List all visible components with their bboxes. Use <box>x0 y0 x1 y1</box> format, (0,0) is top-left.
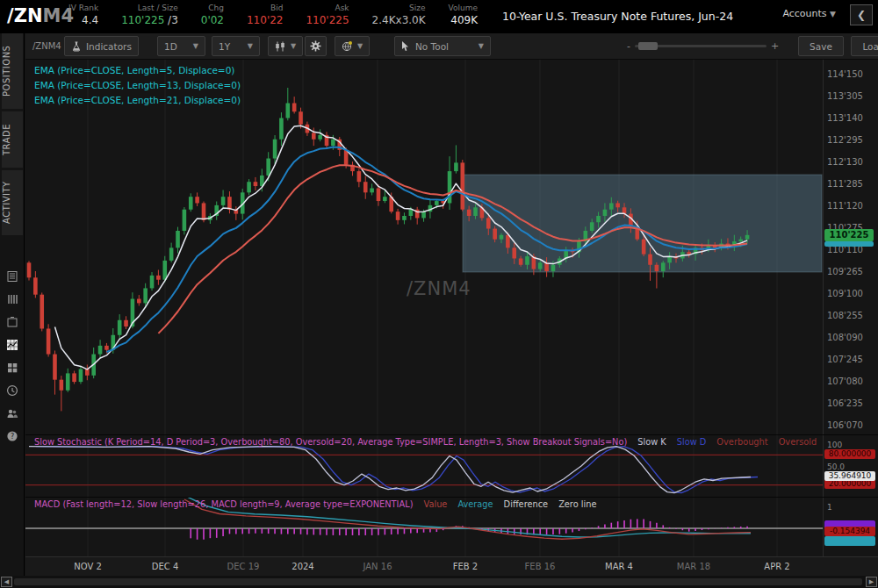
quote-field-value: 2.4Kx3.0K <box>372 13 426 27</box>
chart-watermark: /ZNM4 <box>407 278 471 299</box>
zoom-in-button[interactable]: + <box>766 40 783 52</box>
date-label: DEC 4 <box>143 562 187 571</box>
price-axis[interactable]: 114'150113'305113'140112'295112'130111'2… <box>823 60 878 434</box>
chart-toolbar: /ZNM4 Indicators 1D▼ 1Y▼ ▼ ▼ No Tool ▼ - <box>25 33 878 60</box>
quote-field-label: Size <box>409 3 425 13</box>
indicators-button[interactable]: Indicators <box>64 36 139 56</box>
zoom-slider-handle[interactable] <box>638 42 658 50</box>
symbol-title: /ZNM4 <box>7 5 74 26</box>
date-label: APR 2 <box>755 562 799 571</box>
chart-scrollbar[interactable]: ◀ ▶ <box>0 576 878 588</box>
chart-settings-button[interactable] <box>305 36 327 56</box>
scroll-right-button[interactable]: ▶ <box>866 577 877 587</box>
price-axis-label: 114'150 <box>827 69 863 79</box>
price-axis-label: 111'285 <box>827 179 863 189</box>
scrollbar-track[interactable] <box>14 578 862 585</box>
stochastic-title: Slow Stochastic (K Period=14, D Period=3… <box>34 437 627 447</box>
ema-label-0: EMA (Price=CLOSE, Length=5, Displace=0) <box>34 65 241 80</box>
sidebar-ledger-icon[interactable] <box>4 291 20 307</box>
price-axis-label: 112'295 <box>827 135 863 145</box>
quote-field-value: 0'02 <box>201 13 224 27</box>
macd-legend-item: Difference <box>504 499 549 509</box>
sidebar-tab-activity[interactable]: ACTIVITY <box>2 170 23 235</box>
quote-field-size: Size2.4Kx3.0K <box>372 3 426 27</box>
macd-legend-item: Value <box>423 499 447 509</box>
load-button[interactable]: Load <box>851 36 878 56</box>
accounts-dropdown[interactable]: Accounts ▼ <box>782 8 836 19</box>
sidebar-grid-icon[interactable] <box>4 360 20 376</box>
save-button[interactable]: Save <box>798 36 844 56</box>
macd-average-bubble <box>824 536 875 546</box>
range-dropdown[interactable]: 1Y▼ <box>212 36 260 56</box>
macd-panel[interactable]: MACD (Fast length=12, Slow length=26, MA… <box>25 497 878 556</box>
instrument-description: 10-Year U.S. Treasury Note Futures, Jun-… <box>502 10 733 23</box>
macd-axis-1: 1 <box>827 503 832 512</box>
date-label: 2024 <box>281 562 325 571</box>
quote-field-label: Chg <box>208 3 224 13</box>
quote-field-volume: Volume409K <box>449 3 478 27</box>
macd-title: MACD (Fast length=12, Slow length=26, MA… <box>34 499 413 509</box>
ema-legend: EMA (Price=CLOSE, Length=5, Displace=0)E… <box>34 65 241 110</box>
date-label: MAR 18 <box>672 562 716 571</box>
ema-label-2: EMA (Price=CLOSE, Length=21, Displace=0) <box>34 95 241 110</box>
chart-canvas[interactable]: /ZNM4 EMA (Price=CLOSE, Length=5, Displa… <box>25 60 878 434</box>
chevron-down-icon: ▼ <box>479 42 484 50</box>
time-axis[interactable]: NOV 2DEC 4DEC 192024JAN 16FEB 2FEB 16MAR… <box>25 556 878 576</box>
active-tool-dropdown[interactable]: No Tool ▼ <box>394 36 491 56</box>
quote-field-label: IV Rank <box>68 3 98 13</box>
stochastic-legend-item: Slow K <box>637 437 666 447</box>
quote-field-change: Chg0'02 <box>201 3 224 27</box>
quote-field-value: 409K <box>450 13 478 27</box>
scroll-left-button[interactable]: ◀ <box>1 577 12 587</box>
sidebar-tab-positions[interactable]: POSITIONS <box>2 33 23 109</box>
price-axis-label: 111'120 <box>827 201 863 211</box>
zoom-slider-track[interactable] <box>635 45 766 47</box>
chevron-down-icon: ▼ <box>830 10 836 18</box>
quote-field-label: Ask <box>335 3 349 13</box>
sidebar-chart-icon[interactable] <box>4 337 20 353</box>
quote-field-value: 110'225 <box>306 13 349 27</box>
quote-field-ask: Ask110'225 <box>306 3 349 27</box>
quote-field-bid: Bid110'22 <box>247 3 283 27</box>
trading-app-window: /ZNM4 IV Rank4.4Last / Size110'225 /3Chg… <box>0 0 878 588</box>
price-axis-label: 113'140 <box>827 113 863 123</box>
quote-field-last-size: Last / Size110'225 /3 <box>121 3 178 27</box>
chevron-down-icon: ▼ <box>248 42 253 50</box>
cursor-icon <box>401 41 410 52</box>
price-axis-label: 107'080 <box>827 376 863 386</box>
draw-globe-icon <box>342 40 353 52</box>
sidebar-tab-trade[interactable]: TRADE <box>2 111 23 168</box>
macd-legend-item: Zero line <box>558 499 596 509</box>
date-label: JAN 16 <box>356 562 399 571</box>
quote-field-label: Volume <box>449 3 478 13</box>
quote-field-label: Bid <box>270 3 283 13</box>
stochastic-legend-item: Slow D <box>677 437 707 447</box>
candlestick-icon <box>275 41 286 52</box>
quote-field-iv-rank: IV Rank4.4 <box>68 3 98 27</box>
stoch-k-value-bubble: 35.964910 <box>824 471 875 481</box>
chevron-down-icon: ▼ <box>193 42 198 50</box>
sidebar-orders-icon[interactable] <box>4 269 20 284</box>
timeframe-dropdown[interactable]: 1D▼ <box>157 36 205 56</box>
quote-header: /ZNM4 IV Rank4.4Last / Size110'225 /3Chg… <box>0 0 878 33</box>
stochastic-legend-item: Oversold <box>779 437 817 447</box>
price-axis-label: 106'070 <box>827 420 863 430</box>
quote-field-value: 110'22 <box>247 13 283 27</box>
zoom-out-button[interactable]: - <box>623 40 635 52</box>
price-axis-label: 113'305 <box>827 91 863 101</box>
stoch-overbought-bubble: 80.000000 <box>824 449 875 459</box>
quote-field-value: 4.4 <box>82 13 98 27</box>
sidebar-history-clock-icon[interactable] <box>4 383 20 398</box>
price-axis-label: 112'130 <box>827 157 863 167</box>
collapse-panel-button[interactable]: ❮ <box>850 4 873 25</box>
flask-icon <box>71 41 82 52</box>
sidebar-help-icon[interactable]: ? <box>4 428 20 444</box>
date-label: FEB 16 <box>518 562 562 571</box>
stochastic-panel[interactable]: Slow Stochastic (K Period=14, D Period=3… <box>25 434 878 497</box>
price-axis-label: 107'245 <box>827 355 863 364</box>
drawing-set-dropdown[interactable]: ▼ <box>335 36 370 56</box>
sidebar-box-icon[interactable] <box>4 314 20 330</box>
chart-style-dropdown[interactable]: ▼ <box>268 36 303 56</box>
sidebar-community-icon[interactable] <box>4 405 20 421</box>
price-axis-label: 108'255 <box>827 311 863 320</box>
